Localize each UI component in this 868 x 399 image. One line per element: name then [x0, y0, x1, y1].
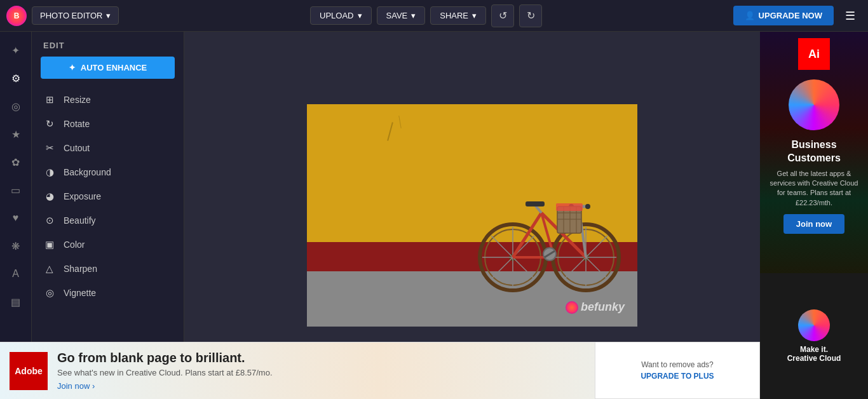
befunky-text: befunky [581, 301, 625, 314]
nav-adjustments[interactable]: ⚙ [4, 66, 28, 90]
svg-point-23 [585, 204, 590, 209]
upgrade-now-button[interactable]: 👤 UPGRADE NOW [733, 6, 834, 25]
edit-item-sharpen[interactable]: △ Sharpen [32, 257, 184, 281]
nav-effects[interactable]: ✦ [4, 38, 28, 62]
adobe-join-button[interactable]: Join now [783, 214, 844, 234]
adobe-ad-headline: BusinessCustomers [787, 139, 841, 165]
edit-item-beautify[interactable]: ⊙ Beautify [32, 208, 184, 233]
adobe-make-text: Make it.Creative Cloud [787, 345, 841, 363]
app-name-button[interactable]: PHOTO EDITOR ▾ [32, 6, 119, 25]
color-label: Color [64, 240, 85, 250]
share-button[interactable]: SHARE ▾ [430, 6, 486, 25]
hamburger-button[interactable]: ☰ [839, 4, 862, 27]
adobe-ad-bottom: Make it.Creative Cloud [760, 273, 868, 399]
sharpen-icon: △ [43, 263, 56, 274]
save-button[interactable]: SAVE ▾ [377, 6, 426, 25]
upgrade-to-plus-link[interactable]: UPGRADE TO PLUS [641, 372, 714, 381]
rotate-icon: ↻ [43, 118, 56, 130]
befunky-watermark: befunky [566, 301, 625, 314]
nav-favorites[interactable]: ★ [4, 122, 28, 146]
nav-stickers[interactable]: ❋ [4, 234, 28, 258]
edit-item-color[interactable]: ▣ Color [32, 233, 184, 257]
creative-cloud-logo [789, 79, 839, 130]
ad-adobe-logo: Adobe [10, 352, 48, 390]
edit-header: EDIT [32, 32, 184, 57]
top-bar: B PHOTO EDITOR ▾ UPLOAD ▾ SAVE ▾ SHARE ▾… [0, 0, 868, 32]
share-label: SHARE [440, 11, 468, 20]
ad-join-link[interactable]: Join now › [57, 381, 95, 391]
exposure-label: Exposure [64, 191, 101, 201]
edit-item-exposure[interactable]: ◕ Exposure [32, 184, 184, 208]
nav-textures[interactable]: ▤ [4, 290, 28, 314]
edit-item-background[interactable]: ◑ Background [32, 160, 184, 184]
app-name-arrow: ▾ [106, 11, 111, 20]
save-label: SAVE [386, 11, 408, 20]
nav-overlays[interactable]: ♥ [4, 206, 28, 230]
exposure-icon: ◕ [43, 191, 56, 202]
upgrade-person-icon: 👤 [745, 11, 755, 20]
auto-enhance-label: AUTO ENHANCE [81, 63, 147, 72]
edit-item-cutout[interactable]: ✂ Cutout [32, 136, 184, 160]
svg-rect-30 [556, 203, 583, 211]
nav-text[interactable]: A [4, 262, 28, 286]
adobe-logo: Ai [798, 38, 830, 70]
upload-button[interactable]: UPLOAD ▾ [310, 6, 371, 25]
remove-ads-notice: Want to remove ads? UPGRADE TO PLUS [595, 342, 760, 399]
cutout-label: Cutout [64, 143, 90, 153]
undo-icon: ↺ [499, 10, 507, 22]
vignette-icon: ◎ [43, 287, 56, 299]
right-ad-panel: Ai BusinessCustomers Get all the latest … [760, 32, 868, 399]
adobe-join-label: Join now [796, 219, 832, 229]
color-icon: ▣ [43, 239, 56, 250]
remove-ads-text: Want to remove ads? [641, 360, 714, 369]
upload-arrow: ▾ [358, 11, 362, 20]
undo-button[interactable]: ↺ [491, 4, 514, 27]
adobe-logo-area: Ai [766, 38, 862, 70]
app-logo: B [6, 6, 27, 26]
auto-enhance-button[interactable]: ✦ AUTO ENHANCE [41, 57, 175, 79]
redo-button[interactable]: ↻ [519, 4, 542, 27]
befunky-dot [566, 301, 578, 314]
vignette-label: Vignette [64, 288, 96, 298]
edit-item-resize[interactable]: ⊞ Resize [32, 88, 184, 112]
background-label: Background [64, 167, 111, 177]
beautify-label: Beautify [64, 215, 96, 226]
bicycle-svg [468, 175, 621, 295]
top-left: B PHOTO EDITOR ▾ [6, 6, 119, 26]
cutout-icon: ✂ [43, 142, 56, 154]
photo-canvas: befunky [307, 104, 637, 327]
upload-label: UPLOAD [320, 11, 353, 20]
auto-enhance-icon: ✦ [69, 63, 76, 72]
top-center: UPLOAD ▾ SAVE ▾ SHARE ▾ ↺ ↻ [310, 4, 542, 27]
resize-icon: ⊞ [43, 94, 56, 105]
ad-adobe-text: Adobe [15, 366, 43, 376]
background-icon: ◑ [43, 166, 56, 178]
save-arrow: ▾ [411, 11, 416, 20]
share-arrow: ▾ [472, 11, 477, 20]
app-name-label: PHOTO EDITOR [40, 11, 102, 20]
top-right: 👤 UPGRADE NOW ☰ [733, 4, 862, 27]
svg-rect-19 [526, 201, 545, 206]
adobe-ad-top: Ai BusinessCustomers Get all the latest … [760, 32, 868, 273]
edit-item-rotate[interactable]: ↻ Rotate [32, 112, 184, 136]
resize-label: Resize [64, 95, 91, 105]
upgrade-label: UPGRADE NOW [759, 11, 822, 20]
nav-seasonal[interactable]: ✿ [4, 150, 28, 174]
rotate-label: Rotate [64, 119, 90, 129]
nav-frames[interactable]: ▭ [4, 178, 28, 202]
edit-item-vignette[interactable]: ◎ Vignette [32, 281, 184, 305]
adobe-cloud-logo2 [798, 309, 830, 341]
photo-container: befunky [307, 104, 637, 327]
hamburger-icon: ☰ [845, 9, 855, 23]
redo-icon: ↻ [527, 10, 535, 22]
adobe-ad-subtext: Get all the latest apps & services with … [766, 169, 862, 208]
sharpen-label: Sharpen [64, 264, 97, 274]
beautify-icon: ⊙ [43, 215, 56, 226]
nav-touchup[interactable]: ◎ [4, 94, 28, 118]
